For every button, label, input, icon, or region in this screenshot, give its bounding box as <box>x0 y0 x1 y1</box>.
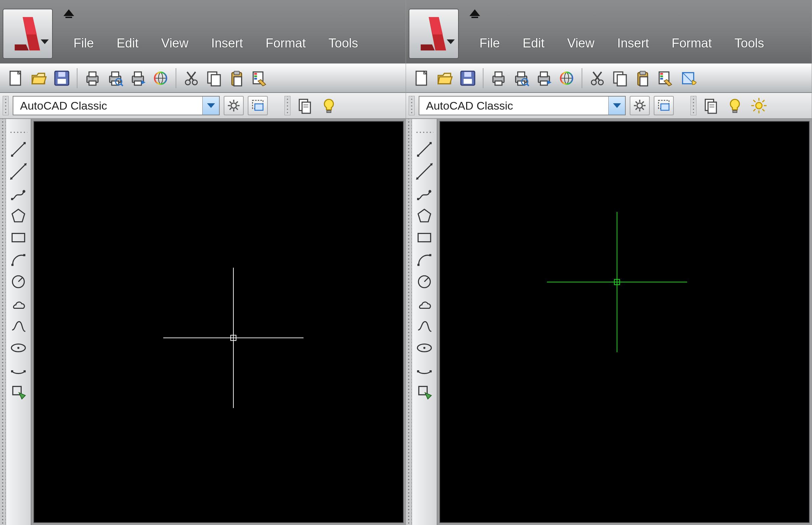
quick-access-dropdown-icon[interactable] <box>469 9 480 16</box>
menu-format[interactable]: Format <box>265 36 306 50</box>
print-preview-button[interactable] <box>105 68 126 89</box>
workspace-select[interactable]: AutoCAD Classic <box>13 96 220 115</box>
new-button[interactable] <box>6 68 27 89</box>
construction-line-tool[interactable] <box>9 162 28 181</box>
workspace-select[interactable]: AutoCAD Classic <box>419 96 626 115</box>
publish-button[interactable] <box>150 68 171 89</box>
ellipse-arc-tool[interactable] <box>9 360 28 380</box>
workspace-value: AutoCAD Classic <box>419 99 608 112</box>
paste-button[interactable] <box>633 68 653 89</box>
match-properties-button[interactable] <box>655 68 676 89</box>
workspace-switch-button[interactable] <box>654 96 674 115</box>
workspace-row: AutoCAD Classic <box>0 93 406 119</box>
publish-button[interactable] <box>556 68 577 89</box>
plot-button[interactable] <box>127 68 148 89</box>
paste-button[interactable] <box>227 68 247 89</box>
ellipse-tool[interactable] <box>9 338 28 358</box>
menu-view[interactable]: View <box>161 36 189 50</box>
insert-block-tool[interactable] <box>9 382 28 402</box>
print-button[interactable] <box>488 68 509 89</box>
toolbar-grip[interactable] <box>0 119 6 525</box>
construction-line-icon <box>416 163 433 180</box>
application-menu-button[interactable] <box>409 9 459 59</box>
cut-button[interactable] <box>181 68 202 89</box>
toolbar-grip[interactable] <box>415 130 433 134</box>
drawing-area[interactable] <box>439 121 810 523</box>
drawing-area[interactable] <box>33 121 404 523</box>
revision-cloud-tool[interactable] <box>415 294 434 313</box>
line-tool[interactable] <box>9 140 28 159</box>
copy-button[interactable] <box>610 68 630 89</box>
chevron-down-icon[interactable] <box>608 96 625 115</box>
cloud-icon <box>416 296 433 312</box>
line-tool[interactable] <box>415 140 434 159</box>
menu-insert[interactable]: Insert <box>617 36 649 50</box>
open-button[interactable] <box>435 68 455 89</box>
match-properties-button[interactable] <box>249 68 270 89</box>
insert-block-tool[interactable] <box>415 382 434 402</box>
save-button[interactable] <box>457 68 478 89</box>
menu-view[interactable]: View <box>567 36 595 50</box>
save-button[interactable] <box>51 68 72 89</box>
polyline-tool[interactable] <box>9 184 28 203</box>
sun-button[interactable] <box>749 95 769 116</box>
new-button[interactable] <box>412 68 433 89</box>
chevron-down-icon[interactable] <box>202 96 219 115</box>
construction-line-tool[interactable] <box>415 162 434 181</box>
toolbar-grip[interactable] <box>690 96 697 115</box>
cut-button[interactable] <box>587 68 608 89</box>
workspace-switch-button[interactable] <box>248 96 268 115</box>
printer-icon <box>84 70 101 87</box>
block-editor-button[interactable] <box>678 68 699 89</box>
toolbar-grip[interactable] <box>406 119 412 525</box>
print-button[interactable] <box>82 68 103 89</box>
ellipse-tool[interactable] <box>415 338 434 358</box>
menu-format[interactable]: Format <box>671 36 712 50</box>
light-bulb-button[interactable] <box>724 95 745 116</box>
standard-toolbar <box>0 63 406 93</box>
menu-file[interactable]: File <box>480 36 500 50</box>
menu-file[interactable]: File <box>74 36 94 50</box>
copy-button[interactable] <box>204 68 224 89</box>
sheet-set-button[interactable] <box>701 95 721 116</box>
save-disk-icon <box>459 70 476 87</box>
revision-cloud-tool[interactable] <box>9 294 28 313</box>
bulb-icon <box>321 97 337 114</box>
toolbar-grip[interactable] <box>284 96 291 115</box>
arc-tool[interactable] <box>9 250 28 269</box>
print-preview-icon <box>107 70 124 87</box>
menu-edit[interactable]: Edit <box>116 36 138 50</box>
menu-insert[interactable]: Insert <box>211 36 243 50</box>
block-editor-icon <box>680 70 697 87</box>
print-preview-button[interactable] <box>511 68 532 89</box>
rectangle-tool[interactable] <box>415 228 434 247</box>
arc-tool[interactable] <box>415 250 434 269</box>
clipboard-icon <box>634 70 651 87</box>
toolbar-grip[interactable] <box>409 96 415 115</box>
quick-access-dropdown-icon[interactable] <box>63 9 74 16</box>
ellipse-icon <box>10 340 27 356</box>
polygon-tool[interactable] <box>9 206 28 225</box>
polyline-tool[interactable] <box>415 184 434 203</box>
polygon-tool[interactable] <box>415 206 434 225</box>
menu-edit[interactable]: Edit <box>522 36 544 50</box>
plot-button[interactable] <box>533 68 554 89</box>
workspace-settings-button[interactable] <box>224 96 244 115</box>
rectangle-tool[interactable] <box>9 228 28 247</box>
circle-tool[interactable] <box>415 272 434 291</box>
menu-tools[interactable]: Tools <box>329 36 358 50</box>
insert-block-icon <box>10 384 27 400</box>
spline-tool[interactable] <box>9 316 28 335</box>
application-menu-button[interactable] <box>3 9 53 59</box>
light-bulb-button[interactable] <box>318 95 339 116</box>
open-button[interactable] <box>29 68 49 89</box>
toolbar-grip[interactable] <box>9 130 27 134</box>
spline-tool[interactable] <box>415 316 434 335</box>
sheet-set-button[interactable] <box>295 95 315 116</box>
menu-tools[interactable]: Tools <box>735 36 764 50</box>
ellipse-arc-tool[interactable] <box>415 360 434 380</box>
circle-tool[interactable] <box>9 272 28 291</box>
workspace-settings-button[interactable] <box>630 96 650 115</box>
toolbar-grip[interactable] <box>3 96 9 115</box>
toolbar-separator <box>77 68 77 88</box>
